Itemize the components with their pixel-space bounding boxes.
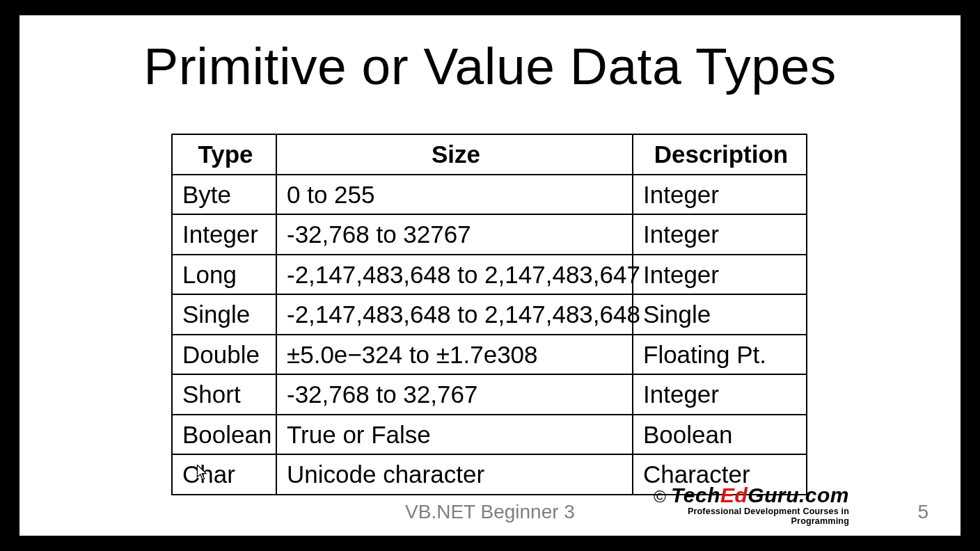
cell-desc: Floating Pt. (633, 335, 807, 375)
table-row: Boolean True or False Boolean (172, 415, 807, 455)
slide-title: Primitive or Value Data Types (19, 36, 961, 96)
header-desc: Description (633, 134, 807, 175)
cell-size: 0 to 255 (276, 175, 633, 215)
cell-type: Integer (172, 214, 276, 255)
header-type: Type (172, 134, 276, 175)
logo-brand: © TechEdGuru.com (633, 485, 849, 506)
cell-type: Long (172, 255, 276, 295)
table-row: Single -2,147,483,648 to 2,147,483,648 S… (172, 294, 807, 335)
logo-guru: Guru (748, 484, 799, 506)
cell-size: -32,768 to 32767 (276, 214, 633, 255)
logo-ed: Ed (720, 484, 748, 506)
cell-desc: Integer (633, 214, 807, 255)
cell-size: ±5.0e−324 to ±1.7e308 (276, 335, 633, 375)
table-row: Byte 0 to 255 Integer (172, 175, 807, 215)
slide: Primitive or Value Data Types Type Size … (19, 15, 961, 536)
cell-type: Double (172, 335, 276, 375)
cell-desc: Single (633, 294, 807, 335)
table-row: Long -2,147,483,648 to 2,147,483,647 Int… (172, 255, 807, 295)
table-row: Integer -32,768 to 32767 Integer (172, 214, 807, 255)
logo-copyright: © (654, 487, 671, 506)
table-header-row: Type Size Description (172, 134, 807, 175)
cell-size: True or False (276, 415, 633, 455)
logo: © TechEdGuru.com Professional Developmen… (633, 485, 849, 526)
cell-type: Short (172, 374, 276, 415)
header-size: Size (276, 134, 633, 175)
table-row: Short -32,768 to 32,767 Integer (172, 374, 807, 415)
cell-size: -2,147,483,648 to 2,147,483,647 (276, 255, 633, 295)
cell-desc: Integer (633, 374, 807, 415)
logo-tagline: Professional Development Courses in Prog… (633, 506, 849, 526)
cell-type: Byte (172, 175, 276, 215)
logo-dotcom: .com (799, 484, 849, 506)
cell-type: Char (172, 454, 276, 495)
cell-size: -2,147,483,648 to 2,147,483,648 (276, 294, 633, 335)
cell-type: Single (172, 294, 276, 335)
cell-type: Boolean (172, 415, 276, 455)
cell-size: -32,768 to 32,767 (276, 374, 633, 415)
cell-desc: Integer (633, 175, 807, 215)
cell-size: Unicode character (276, 454, 633, 495)
cell-desc: Integer (633, 255, 807, 295)
table-row: Double ±5.0e−324 to ±1.7e308 Floating Pt… (172, 335, 807, 375)
data-types-table: Type Size Description Byte 0 to 255 Inte… (171, 134, 807, 495)
page-number: 5 (917, 501, 928, 523)
cell-desc: Boolean (633, 415, 807, 455)
logo-tech: Tech (671, 484, 720, 506)
